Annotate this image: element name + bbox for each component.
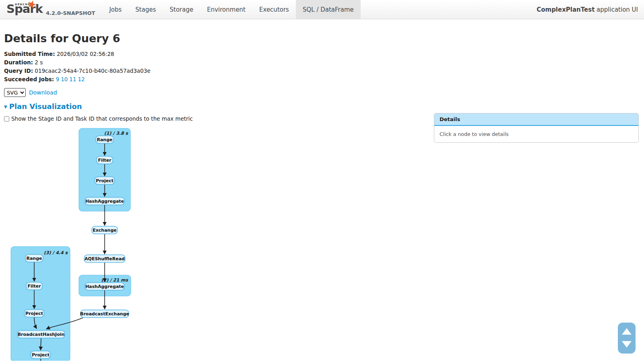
download-toolbar: SVG Download <box>4 88 644 97</box>
plan-node-hashaggregate[interactable]: HashAggregate <box>85 197 124 205</box>
succeeded-jobs-line: Succeeded Jobs: 9101112 <box>4 75 644 84</box>
main-content: Details for Query 6 Submitted Time: 2026… <box>0 32 644 122</box>
plan-cluster-label: (2) / 21 ms <box>101 278 128 283</box>
plan-visualization-heading[interactable]: ▼ Plan Visualization <box>4 102 644 111</box>
plan-node-label: BroadcastExchange <box>80 311 129 317</box>
succeeded-jobs-label: Succeeded Jobs: <box>4 76 54 82</box>
plan-node-exchange[interactable]: Exchange <box>92 226 118 234</box>
plan-node-project[interactable]: Project <box>31 351 51 359</box>
nav-tabs: Jobs Stages Storage Environment Executor… <box>102 0 360 19</box>
tab-sql-dataframe[interactable]: SQL / DataFrame <box>296 0 361 19</box>
details-panel-header: Details <box>434 113 638 126</box>
stage-task-checkbox[interactable] <box>4 116 9 121</box>
duration-value: 2 s <box>35 59 43 66</box>
plan-cluster: (3) / 4.4 s <box>11 247 70 361</box>
tab-stages[interactable]: Stages <box>128 0 163 19</box>
plan-node-hashaggregate[interactable]: HashAggregate <box>85 283 124 290</box>
scroll-up-button[interactable] <box>621 328 632 335</box>
spark-logo-text: Spark <box>6 3 43 15</box>
plan-node-filter[interactable]: Filter <box>97 156 113 164</box>
tab-jobs[interactable]: Jobs <box>102 0 128 19</box>
scroll-down-button[interactable] <box>621 341 632 348</box>
plan-node-range[interactable]: Range <box>25 255 43 262</box>
submitted-time-line: Submitted Time: 2026/03/02 02:56:28 <box>4 50 644 58</box>
plan-cluster-label: (1) / 3.8 s <box>104 131 129 136</box>
plan-node-label: BroadcastHashJoin <box>18 332 65 337</box>
plan-node-label: HashAggregate <box>85 284 124 289</box>
plan-node-label: Project <box>96 178 114 183</box>
submitted-time-value: 2026/03/02 02:56:28 <box>57 51 114 57</box>
app-title: ComplexPlanTest application UI <box>537 0 644 19</box>
tab-storage[interactable]: Storage <box>163 0 200 19</box>
tab-executors[interactable]: Executors <box>252 0 296 19</box>
top-navbar: APACHE Spark ★ 4.2.0-SNAPSHOT Jobs Stage… <box>0 0 644 19</box>
job-link-11[interactable]: 11 <box>69 76 76 82</box>
details-panel-placeholder: Click a node to view details <box>434 126 638 142</box>
plan-node-label: Range <box>97 137 112 142</box>
arrow-down-icon <box>622 341 632 348</box>
plan-node-label: AQEShuffleRead <box>85 256 125 261</box>
duration-label: Duration: <box>4 59 33 66</box>
submitted-time-label: Submitted Time: <box>4 51 55 57</box>
plan-node-project[interactable]: Project <box>25 310 44 317</box>
plan-node-label: Project <box>32 352 50 358</box>
query-id-value: 019caac2-54a4-7c10-b40c-80a57ad3a03e <box>35 68 150 74</box>
query-id-label: Query ID: <box>4 68 33 74</box>
plan-visualization-graph: (1) / 3.8 s(2) / 21 ms(3) / 4.4 sRangeFi… <box>0 123 242 361</box>
job-link-10[interactable]: 10 <box>61 76 68 82</box>
spark-logo[interactable]: APACHE Spark ★ <box>4 0 43 19</box>
query-id-line: Query ID: 019caac2-54a4-7c10-b40c-80a57a… <box>4 67 644 75</box>
collapse-caret-icon: ▼ <box>4 105 7 109</box>
plan-node-label: Filter <box>98 158 111 163</box>
plan-node-broadcastexchange[interactable]: BroadcastExchange <box>80 310 129 318</box>
plan-node-broadcasthashjoin[interactable]: BroadcastHashJoin <box>17 331 65 338</box>
plan-visualization-title: Plan Visualization <box>9 102 82 111</box>
plan-cluster-label: (3) / 4.4 s <box>44 250 68 255</box>
tab-environment[interactable]: Environment <box>200 0 252 19</box>
plan-node-project[interactable]: Project <box>95 177 115 185</box>
job-link-12[interactable]: 12 <box>78 76 85 82</box>
stage-task-checkbox-label[interactable]: Show the Stage ID and Task ID that corre… <box>11 115 193 122</box>
job-link-9[interactable]: 9 <box>56 76 60 82</box>
download-link[interactable]: Download <box>29 89 57 96</box>
spark-version: 4.2.0-SNAPSHOT <box>46 10 95 19</box>
plan-edge <box>41 338 41 350</box>
plan-node-label: Project <box>25 311 43 316</box>
plan-node-label: Filter <box>27 284 41 289</box>
page-title: Details for Query 6 <box>4 32 644 45</box>
details-panel: Details Click a node to view details <box>434 113 639 143</box>
plan-node-aqeshuffleread[interactable]: AQEShuffleRead <box>84 255 125 263</box>
plan-node-label: Exchange <box>93 228 117 233</box>
duration-line: Duration: 2 s <box>4 58 644 67</box>
app-name: ComplexPlanTest <box>537 6 594 13</box>
plan-node-range[interactable]: Range <box>96 136 114 144</box>
plan-scroll-widget <box>618 323 636 354</box>
arrow-up-icon <box>622 328 632 335</box>
plan-node-label: Range <box>26 256 42 261</box>
plan-node-label: HashAggregate <box>85 199 124 204</box>
plan-node-filter[interactable]: Filter <box>26 282 42 290</box>
app-title-suffix: application UI <box>594 6 638 13</box>
download-format-select[interactable]: SVG <box>4 88 26 97</box>
